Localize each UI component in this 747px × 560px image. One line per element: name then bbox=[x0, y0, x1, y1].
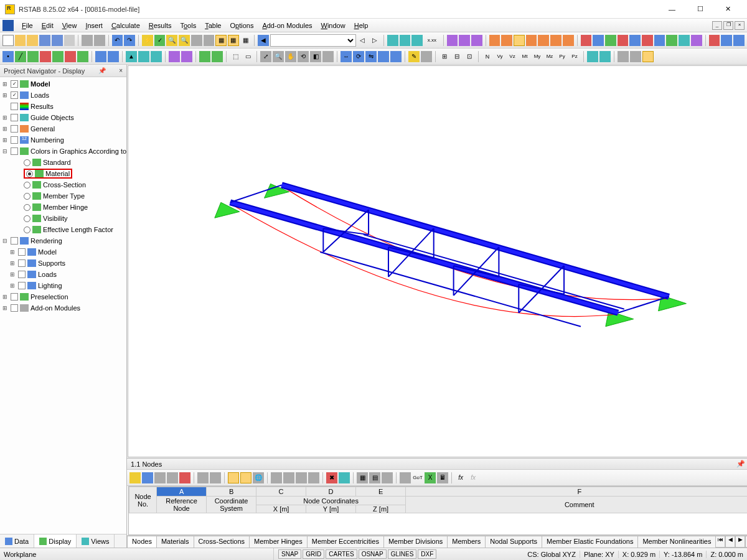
tree-color-visibility[interactable]: Visibility bbox=[0, 213, 126, 224]
bt-2[interactable] bbox=[142, 472, 153, 483]
tree-general[interactable]: ⊞General bbox=[0, 123, 126, 134]
bt-19[interactable] bbox=[382, 472, 393, 483]
bt-3[interactable] bbox=[154, 472, 166, 483]
tool-6[interactable] bbox=[65, 51, 76, 62]
edit-tool[interactable]: ✎ bbox=[408, 51, 420, 62]
cascade-icon[interactable] bbox=[204, 35, 215, 46]
bt-16[interactable] bbox=[339, 472, 350, 483]
bottom-tab-elastic[interactable]: Member Elastic Foundations bbox=[542, 536, 638, 548]
bottom-tab-div[interactable]: Member Divisions bbox=[383, 536, 448, 548]
result-1[interactable] bbox=[387, 35, 398, 46]
view-20[interactable] bbox=[322, 51, 334, 62]
bottom-tab-nonlin[interactable]: Member Nonlinearities bbox=[637, 536, 716, 548]
result-text[interactable]: x.xx bbox=[424, 35, 440, 46]
toggle-cartes[interactable]: CARTES bbox=[326, 549, 357, 559]
menu-help[interactable]: Help bbox=[350, 21, 373, 30]
bt-9[interactable] bbox=[240, 472, 251, 483]
py-label[interactable]: Py bbox=[557, 51, 568, 62]
tool-4[interactable] bbox=[40, 51, 51, 62]
mod-9[interactable] bbox=[679, 35, 690, 46]
menu-calculate[interactable]: Calculate bbox=[107, 21, 144, 30]
bt-fx[interactable]: fx bbox=[455, 472, 466, 483]
support-tool[interactable]: ▲ bbox=[126, 51, 137, 62]
flash-icon[interactable]: ⚡ bbox=[142, 35, 153, 46]
bottom-tab-ecc[interactable]: Member Eccentricities bbox=[307, 536, 384, 548]
toggle-glines[interactable]: GLINES bbox=[388, 549, 417, 559]
tree-color-standard[interactable]: Standard bbox=[0, 157, 126, 168]
rotate-tool[interactable]: ⟳ bbox=[353, 51, 364, 62]
menu-file[interactable]: File bbox=[17, 21, 37, 30]
bt-13[interactable] bbox=[296, 472, 307, 483]
tool-15[interactable] bbox=[199, 51, 210, 62]
minimize-button[interactable]: — bbox=[658, 1, 686, 18]
view-toggle-2[interactable]: ▦ bbox=[228, 35, 239, 46]
bottom-tab-members[interactable]: Members bbox=[447, 536, 486, 548]
check-icon[interactable]: ✓ bbox=[154, 35, 166, 46]
tree-r-supports[interactable]: ⊞Supports bbox=[0, 258, 126, 269]
copy-button[interactable] bbox=[82, 35, 93, 46]
addon-2[interactable] bbox=[721, 35, 732, 46]
save-button[interactable] bbox=[39, 35, 50, 46]
bt-5[interactable] bbox=[179, 472, 190, 483]
bt-11[interactable] bbox=[271, 472, 282, 483]
bt-fx2[interactable]: fx bbox=[467, 472, 479, 483]
tree-model[interactable]: ⊞✓Model bbox=[0, 78, 126, 90]
toggle-snap[interactable]: SNAP bbox=[278, 549, 301, 559]
filter-3[interactable]: ⊡ bbox=[464, 51, 475, 62]
bt-1[interactable] bbox=[129, 472, 141, 483]
grid-5[interactable] bbox=[538, 35, 549, 46]
tree-r-loads[interactable]: ⊞Loads bbox=[0, 269, 126, 280]
orbit-tool[interactable]: ⟲ bbox=[298, 51, 309, 62]
pan-tool[interactable]: ✋ bbox=[285, 51, 296, 62]
tree-colors[interactable]: ⊟Colors in Graphics According to bbox=[0, 146, 126, 157]
bt-calc[interactable]: 🖩 bbox=[437, 472, 448, 483]
mod-2[interactable] bbox=[593, 35, 604, 46]
layer-1[interactable] bbox=[618, 51, 629, 62]
mod-5[interactable] bbox=[629, 35, 641, 46]
tree-results[interactable]: Results bbox=[0, 101, 126, 112]
toggle-grid[interactable]: GRID bbox=[303, 549, 324, 559]
view-toggle-1[interactable]: ▦ bbox=[215, 35, 227, 46]
filter-2[interactable]: ⊟ bbox=[451, 51, 463, 62]
bottom-tab-cross[interactable]: Cross-Sections bbox=[194, 536, 250, 548]
my-label[interactable]: My bbox=[532, 51, 543, 62]
menu-view[interactable]: View bbox=[58, 21, 82, 30]
bt-14[interactable] bbox=[308, 472, 319, 483]
mdi-minimize[interactable]: _ bbox=[712, 21, 722, 30]
zoom-icon[interactable]: 🔍 bbox=[166, 35, 177, 46]
pin-icon[interactable]: 📌 bbox=[98, 67, 106, 74]
bt-17[interactable]: ▦ bbox=[357, 472, 368, 483]
nav-next-icon[interactable]: ▷ bbox=[369, 35, 380, 46]
new-button[interactable] bbox=[2, 35, 14, 46]
maximize-button[interactable]: ☐ bbox=[686, 1, 714, 18]
mdi-restore[interactable]: ❐ bbox=[723, 21, 733, 30]
toggle-dxf[interactable]: DXF bbox=[418, 549, 436, 559]
3d-viewport[interactable] bbox=[128, 65, 747, 457]
find-icon[interactable]: 🔍 bbox=[179, 35, 190, 46]
tree-color-mtype[interactable]: Member Type bbox=[0, 190, 126, 202]
mdi-close[interactable]: × bbox=[735, 21, 745, 30]
nav-prev-icon[interactable]: ◁ bbox=[357, 35, 369, 46]
tree-rendering[interactable]: ⊟Rendering bbox=[0, 235, 126, 246]
addon-3[interactable] bbox=[733, 35, 745, 46]
move-tool[interactable]: ↔ bbox=[341, 51, 352, 62]
tool-27[interactable] bbox=[421, 51, 432, 62]
tree-guide[interactable]: ⊞Guide Objects bbox=[0, 112, 126, 123]
menu-insert[interactable]: Insert bbox=[81, 21, 107, 30]
tree-preselection[interactable]: ⊞Preselection bbox=[0, 291, 126, 302]
menu-addon[interactable]: Add-on Modules bbox=[258, 21, 316, 30]
tool-18[interactable]: ▭ bbox=[242, 51, 253, 62]
filter-1[interactable]: ⊞ bbox=[439, 51, 450, 62]
nav-first-icon[interactable]: ◀ bbox=[258, 35, 269, 46]
redo-button[interactable]: ↷ bbox=[124, 35, 135, 46]
tree-numbering[interactable]: ⊞12Numbering bbox=[0, 134, 126, 146]
mod-3[interactable] bbox=[605, 35, 616, 46]
tool-3[interactable] bbox=[27, 51, 39, 62]
tool-5[interactable] bbox=[52, 51, 63, 62]
grid-2[interactable] bbox=[501, 35, 512, 46]
tool-25[interactable] bbox=[390, 51, 402, 62]
zoom-window[interactable]: 🔍 bbox=[273, 51, 284, 62]
scale-tool[interactable] bbox=[378, 51, 389, 62]
pz-label[interactable]: Pz bbox=[569, 51, 580, 62]
bt-18[interactable]: ▤ bbox=[369, 472, 380, 483]
